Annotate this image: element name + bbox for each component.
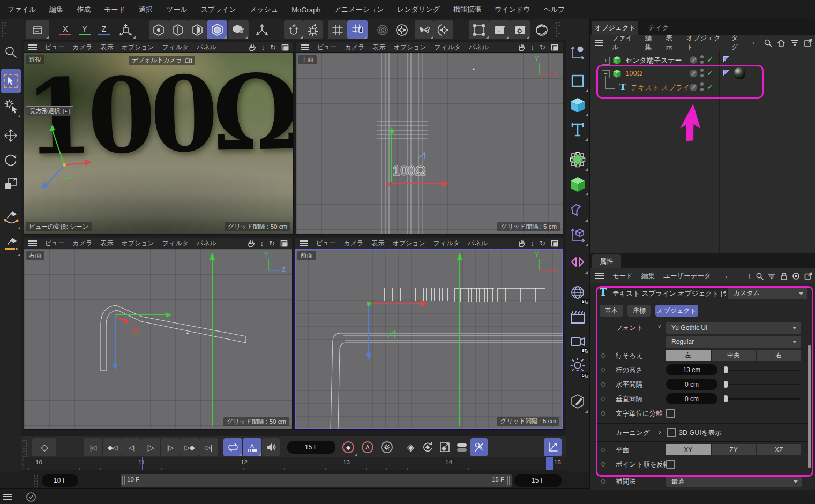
tab-attributes[interactable]: 属性 bbox=[592, 254, 621, 268]
dolly-icon[interactable]: ↕ bbox=[531, 239, 535, 247]
texture-mode-button[interactable] bbox=[228, 20, 249, 39]
menu-tools[interactable]: ツール bbox=[166, 5, 188, 14]
enabled-check-icon[interactable]: ✓ bbox=[707, 55, 714, 64]
am-popout-icon[interactable] bbox=[804, 272, 812, 280]
menu-window[interactable]: ウインドウ bbox=[495, 5, 530, 14]
am-menu-icon[interactable] bbox=[595, 273, 604, 279]
prev-frame-button[interactable]: ◁| bbox=[122, 438, 141, 456]
line-height-slider-handle[interactable] bbox=[724, 366, 728, 373]
om-menu-tags[interactable]: タグ bbox=[731, 34, 743, 52]
symmetry-button[interactable] bbox=[415, 20, 434, 39]
play-button[interactable]: ▷ bbox=[141, 438, 160, 456]
record-pla-button[interactable] bbox=[470, 438, 488, 456]
font-family-dropdown[interactable]: Yu Gothic UI bbox=[666, 322, 801, 334]
lock-x-axis-button[interactable]: X bbox=[56, 20, 75, 39]
vp-menu-display[interactable]: 表示 bbox=[100, 239, 113, 248]
plane-zy-button[interactable]: ZY bbox=[712, 444, 756, 455]
object-name-selected[interactable]: 100Ω bbox=[625, 69, 642, 77]
enabled-check-icon[interactable]: ✓ bbox=[707, 82, 714, 92]
anim-diamond[interactable]: ◇ bbox=[601, 409, 605, 417]
edit-enable-toggle[interactable] bbox=[690, 56, 697, 64]
vp-menu-panel[interactable]: パネル bbox=[469, 43, 489, 52]
object-name-selected[interactable]: テキスト スプライン bbox=[631, 83, 697, 93]
scale-tool[interactable] bbox=[1, 172, 21, 195]
edit-enable-toggle[interactable] bbox=[690, 84, 697, 91]
om-menu-more[interactable]: › bbox=[752, 39, 754, 47]
om-menu-edit[interactable]: 編集 bbox=[645, 34, 656, 52]
range-end-field[interactable]: 15 F bbox=[514, 474, 562, 487]
am-up-icon[interactable]: ↑ bbox=[747, 272, 751, 280]
maximize-view-icon[interactable] bbox=[280, 240, 288, 247]
rotate-view-icon[interactable]: ↻ bbox=[540, 43, 545, 51]
spline-pen-tool[interactable] bbox=[1, 205, 21, 230]
om-filter-icon[interactable] bbox=[790, 39, 799, 47]
render-settings-button[interactable] bbox=[510, 20, 530, 39]
undo-button[interactable] bbox=[26, 20, 49, 39]
camera-object-button[interactable]: ST bbox=[567, 330, 588, 353]
viewport-menu-icon[interactable] bbox=[28, 240, 37, 246]
om-menu-objects[interactable]: オブジェクト bbox=[686, 34, 722, 52]
vp-menu-display[interactable]: 表示 bbox=[371, 239, 384, 248]
anim-diamond[interactable]: ◇ bbox=[601, 446, 605, 453]
phong-tag-icon[interactable] bbox=[723, 69, 730, 77]
record-parameter-button[interactable] bbox=[453, 438, 470, 456]
prev-key-button[interactable]: ◆◁ bbox=[103, 438, 122, 456]
range-slider-left-grip[interactable] bbox=[122, 476, 125, 485]
status-menu-icon[interactable] bbox=[3, 494, 12, 500]
workplane-button[interactable] bbox=[115, 20, 136, 39]
edit-enable-toggle[interactable] bbox=[690, 70, 697, 77]
phong-tag-icon[interactable] bbox=[723, 56, 730, 63]
maximize-view-icon[interactable] bbox=[551, 240, 558, 247]
am-menu-userdata[interactable]: ユーザーデータ bbox=[663, 272, 711, 281]
line-height-field[interactable]: 13 cm bbox=[666, 364, 717, 375]
am-menu-mode[interactable]: モード bbox=[612, 272, 633, 281]
tab-coordinates[interactable]: 座標 bbox=[627, 305, 651, 317]
om-search-icon[interactable] bbox=[764, 39, 772, 47]
record-scale-button[interactable] bbox=[436, 438, 453, 456]
rotate-view-icon[interactable]: ↻ bbox=[270, 43, 276, 51]
am-filter-icon[interactable] bbox=[768, 273, 776, 280]
light-object-button[interactable]: ST bbox=[567, 355, 588, 378]
viewport-top[interactable]: 100Ω Y X 上面 グリッド間隔 : 5 cm bbox=[296, 53, 563, 234]
am-target-icon[interactable] bbox=[792, 272, 800, 280]
tab-objects[interactable]: オブジェクト bbox=[592, 21, 638, 35]
pan-hand-icon[interactable] bbox=[248, 43, 256, 51]
vp-menu-view[interactable]: ビュー bbox=[45, 239, 65, 248]
viewport-front[interactable]: Y X 前面 グリッド間隔 : 5 cm bbox=[295, 249, 563, 429]
anim-diamond[interactable]: ◇ bbox=[601, 366, 605, 373]
vp-menu-panel[interactable]: パネル bbox=[468, 239, 488, 248]
edges-mode-button[interactable] bbox=[168, 20, 188, 39]
preview-marker[interactable] bbox=[142, 457, 143, 470]
plane-xy-button[interactable]: XY bbox=[666, 444, 711, 455]
vp-menu-filter[interactable]: フィルタ bbox=[435, 43, 461, 52]
h-spacing-field[interactable]: 0 cm bbox=[666, 379, 717, 390]
visibility-dot-bottom[interactable] bbox=[700, 61, 704, 64]
menu-mograph[interactable]: MoGraph bbox=[291, 6, 320, 14]
menu-edit[interactable]: 編集 bbox=[49, 5, 63, 14]
object-row-text-spline[interactable]: T テキスト スプライン ✓ bbox=[590, 81, 815, 94]
rotate-view-icon[interactable]: ↻ bbox=[269, 239, 275, 247]
interpolation-dropdown[interactable]: 最適 bbox=[666, 476, 802, 487]
menu-mode[interactable]: モード bbox=[104, 5, 125, 14]
dolly-icon[interactable]: ↕ bbox=[260, 239, 264, 247]
vp-menu-camera[interactable]: カメラ bbox=[344, 239, 364, 248]
vp-menu-filter[interactable]: フィルタ bbox=[162, 239, 189, 248]
search-commander-button[interactable] bbox=[1, 41, 21, 63]
rotate-tool[interactable] bbox=[1, 148, 21, 171]
keyframe-settings-button[interactable] bbox=[377, 438, 397, 456]
menu-render[interactable]: レンダリング bbox=[397, 5, 440, 14]
viewport-menu-icon[interactable] bbox=[28, 44, 37, 50]
separate-checkbox[interactable] bbox=[666, 409, 675, 418]
font-style-dropdown[interactable]: Regular bbox=[666, 336, 801, 348]
move-tool[interactable] bbox=[1, 124, 21, 147]
v-spacing-field[interactable]: 0 cm bbox=[666, 393, 717, 404]
spline-pen-create-button[interactable] bbox=[567, 41, 588, 65]
am-search-icon[interactable] bbox=[756, 272, 764, 280]
vp-menu-filter[interactable]: フィルタ bbox=[433, 239, 460, 248]
vp-menu-filter[interactable]: フィルタ bbox=[162, 43, 189, 52]
anim-diamond[interactable]: ◇ bbox=[601, 380, 605, 388]
material-tag-sphere[interactable] bbox=[734, 67, 745, 79]
fcurve-mode-button[interactable] bbox=[544, 438, 562, 456]
toolbar-grip-right[interactable] bbox=[555, 21, 560, 38]
snap-settings-button[interactable] bbox=[303, 20, 323, 39]
